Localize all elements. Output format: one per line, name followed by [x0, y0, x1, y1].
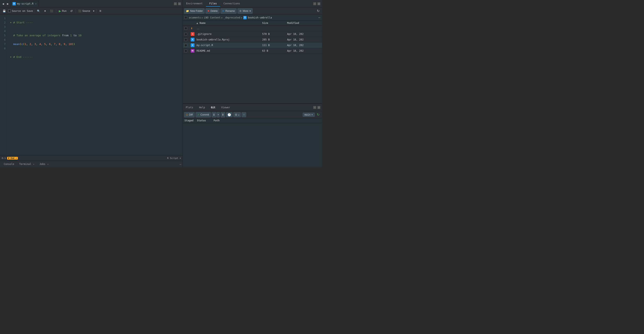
- size-column-header[interactable]: Size: [262, 21, 287, 24]
- file-size-readme: 63 B: [262, 49, 287, 52]
- bottom-minimize-icon: —: [180, 163, 181, 166]
- source-on-save-toggle[interactable]: Source on Save: [8, 9, 33, 12]
- panel-maximize-button[interactable]: □: [318, 2, 320, 5]
- save-button[interactable]: 💾: [1, 8, 7, 14]
- git-minimize-button[interactable]: —: [313, 106, 316, 109]
- find-button[interactable]: 🔍: [36, 8, 42, 14]
- bc-segment-lno[interactable]: LNO Content: [204, 16, 220, 19]
- editor-tab-my-script[interactable]: R my-script.R ×: [10, 1, 39, 7]
- breadcrumb-checkbox[interactable]: [184, 16, 187, 19]
- modified-column-header[interactable]: Modified: [287, 21, 320, 24]
- code-line-2: ▾ # Start ----: [10, 20, 180, 25]
- rename-button[interactable]: ✏ Rename: [220, 8, 236, 14]
- tab-viewer[interactable]: Viewer: [218, 105, 233, 110]
- status-right: R Script ▾: [167, 157, 181, 160]
- source-on-save-label: Source on Save: [12, 9, 33, 12]
- bc-segment-deprecated[interactable]: _deprecated: [224, 16, 240, 19]
- terminal-tab[interactable]: Terminal ▾: [17, 162, 37, 167]
- history-button[interactable]: 🕐: [226, 112, 232, 117]
- pull-icon: ⬇: [213, 113, 215, 116]
- tab-files[interactable]: Files: [206, 1, 220, 7]
- editor-toolbar: 💾 Source on Save 🔍 ✦ ⬛ ▶ Run ↺ ⬛ Source: [0, 7, 182, 14]
- panel-minimize-button[interactable]: —: [313, 2, 316, 5]
- file-row-rproj[interactable]: R bookish-umbrella.Rproj 205 B Apr 18, 2…: [183, 37, 322, 42]
- code-area[interactable]: 1 2 3 4 5 6 7 8 ▾ # Start ---- # Take an…: [0, 14, 182, 155]
- tab-close-button[interactable]: ×: [35, 2, 36, 5]
- bc-segment-documents[interactable]: ocuments: [189, 16, 201, 19]
- delete-button[interactable]: ✖ Delete: [206, 8, 220, 14]
- bc-segment-project[interactable]: bookish-umbrella: [248, 16, 272, 19]
- source-dropdown-arrow: ▾: [93, 9, 94, 12]
- git-maximize-button[interactable]: □: [318, 106, 320, 109]
- files-refresh-icon: ↻: [317, 9, 320, 13]
- file-checkbox-readme[interactable]: [184, 50, 187, 52]
- file-checkbox-gitignore[interactable]: [184, 33, 187, 35]
- commit-button[interactable]: ✓ Commit: [196, 112, 211, 117]
- maximize-button[interactable]: □: [178, 2, 181, 5]
- code-editor[interactable]: ▾ # Start ---- # Take an average of inte…: [8, 14, 182, 155]
- settings-icon: ⚙: [235, 113, 238, 116]
- git-refresh-button[interactable]: ↻: [316, 112, 321, 117]
- tab-help[interactable]: Help: [196, 105, 208, 110]
- delete-icon: ✖: [207, 9, 210, 12]
- rerun-button[interactable]: ↺: [69, 8, 74, 14]
- file-table: ▲ Name Size Modified ⬆ ..: [183, 21, 322, 103]
- minimize-button[interactable]: —: [174, 2, 177, 5]
- breadcrumb-more-button[interactable]: ⋯: [318, 15, 320, 19]
- file-row-gitignore[interactable]: G .gitignore 570 B Apr 18, 202: [183, 31, 322, 37]
- nav-back-button[interactable]: ◀: [1, 1, 6, 6]
- pull-button[interactable]: ⬇: [212, 112, 216, 117]
- editor-panel: ◀ ▶ R my-script.R × — □ 💾 Source on Save…: [0, 0, 183, 167]
- run-button[interactable]: ▶ Run: [57, 8, 68, 14]
- wand-icon: ✦: [44, 9, 46, 13]
- git-file-icon: G: [191, 32, 194, 36]
- file-row-parent[interactable]: ⬆ ..: [183, 25, 322, 31]
- file-name-myscript: my-script.R: [196, 44, 262, 47]
- pull-dropdown-button[interactable]: ▾: [217, 112, 220, 117]
- lines-button[interactable]: ≡: [98, 8, 102, 14]
- git-settings-button[interactable]: ⚙ ▾: [233, 112, 241, 117]
- nav-forward-button[interactable]: ▶: [6, 1, 10, 6]
- jobs-tab[interactable]: Jobs ▾: [37, 162, 51, 167]
- tab-environment[interactable]: Environment: [183, 1, 206, 7]
- file-name-parent: ..: [196, 27, 262, 30]
- git-branch-icon: ⑂: [243, 113, 245, 116]
- git-tabs: Plots Help Git Viewer — □: [183, 104, 322, 111]
- section-badge[interactable]: # End ▾: [7, 157, 18, 160]
- files-section: Environment Files Connections — □ 📁 New …: [183, 0, 322, 104]
- source-button[interactable]: ⬛ Source: [77, 8, 92, 14]
- tab-git[interactable]: Git: [208, 105, 218, 110]
- push-button[interactable]: ⬆: [220, 112, 225, 117]
- file-row-readme[interactable]: MD README.md 63 B Apr 18, 202: [183, 48, 322, 54]
- git-diff-icon-button[interactable]: ⑂: [242, 112, 246, 117]
- line-numbers: 1 2 3 4 5 6 7 8: [0, 14, 8, 155]
- source-dropdown-button[interactable]: ▾: [92, 8, 95, 14]
- script-type[interactable]: R Script ▾: [167, 157, 181, 160]
- more-button[interactable]: ⚙ More ▾: [238, 8, 252, 14]
- file-name-gitignore: .gitignore: [196, 32, 262, 35]
- tab-plots[interactable]: Plots: [183, 105, 196, 110]
- source-on-save-checkbox[interactable]: [8, 9, 11, 12]
- branch-selector[interactable]: main ▾: [303, 113, 315, 117]
- square-button[interactable]: ⬛: [48, 8, 55, 14]
- git-toolbar: ⬡ Diff ✓ Commit ⬇ ▾ ⬆ 🕐 ⚙: [183, 111, 322, 118]
- console-tab[interactable]: Console: [1, 162, 17, 167]
- pull-push-group: ⬇ ▾: [212, 112, 220, 117]
- file-modified-myscript: Apr 18, 202: [287, 44, 320, 47]
- branch-name: main: [304, 113, 310, 116]
- bottom-minimize[interactable]: —: [180, 163, 181, 166]
- file-checkbox-parent[interactable]: [184, 27, 187, 30]
- file-size-rproj: 205 B: [262, 38, 287, 41]
- file-checkbox-myscript[interactable]: [184, 44, 187, 47]
- tab-connections[interactable]: Connections: [220, 1, 243, 7]
- name-column-header[interactable]: ▲ Name: [196, 21, 262, 24]
- diff-icon: ⬡: [186, 113, 188, 116]
- files-refresh-button[interactable]: ↻: [316, 8, 321, 13]
- diff-button[interactable]: ⬡ Diff: [184, 112, 195, 117]
- git-win-controls: — □: [313, 106, 322, 109]
- file-row-myscript[interactable]: R my-script.R 111 B Apr 18, 202: [183, 42, 322, 48]
- new-folder-button[interactable]: 📁 New Folder: [184, 8, 205, 14]
- push-icon: ⬆: [222, 113, 224, 116]
- file-checkbox-rproj[interactable]: [184, 38, 187, 41]
- wand-button[interactable]: ✦: [42, 8, 48, 14]
